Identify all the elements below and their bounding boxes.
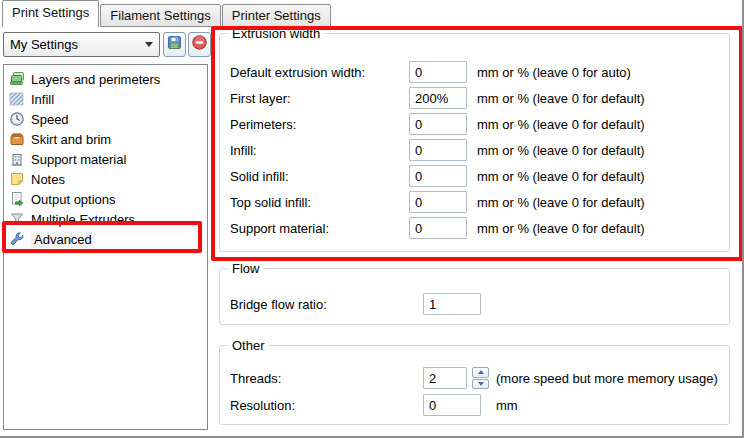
- sidebar-item-infill[interactable]: Infill: [4, 89, 207, 109]
- setting-row-default-extrusion-width: Default extrusion width:mm or % (leave 0…: [220, 59, 729, 85]
- setting-unit-hint: mm or % (leave 0 for default): [477, 221, 645, 236]
- sidebar-item-multiple-extruders[interactable]: Multiple Extruders: [4, 209, 207, 229]
- sidebar-item-output-options[interactable]: Output options: [4, 189, 207, 209]
- setting-input-bridge-flow-ratio[interactable]: [423, 293, 481, 315]
- setting-input-perimeters[interactable]: [409, 113, 467, 135]
- setting-row-infill: Infill:mm or % (leave 0 for default): [220, 137, 729, 163]
- setting-input-default-extrusion-width[interactable]: [409, 61, 467, 83]
- tab-print-settings[interactable]: Print Settings: [2, 0, 99, 27]
- setting-unit-hint: mm or % (leave 0 for default): [477, 195, 645, 210]
- setting-unit-hint: mm or % (leave 0 for auto): [477, 65, 631, 80]
- sidebar-item-label: Advanced: [31, 231, 95, 248]
- setting-label: Perimeters:: [230, 117, 296, 132]
- setting-input-solid-infill[interactable]: [409, 165, 467, 187]
- sidebar-item-support-material[interactable]: Support material: [4, 149, 207, 169]
- setting-row-resolution: Resolution:mm: [220, 392, 729, 418]
- setting-input-first-layer[interactable]: [409, 87, 467, 109]
- output-options-icon: [9, 191, 25, 207]
- wrench-icon: [9, 231, 25, 247]
- settings-tabbar: Print SettingsFilament SettingsPrinter S…: [2, 0, 332, 27]
- save-floppy-icon: [166, 34, 183, 55]
- tab-filament-settings[interactable]: Filament Settings: [100, 4, 220, 27]
- sidebar-item-layers-and-perimeters[interactable]: Layers and perimeters: [4, 69, 207, 89]
- setting-row-first-layer: First layer:mm or % (leave 0 for default…: [220, 85, 729, 111]
- setting-row-perimeters: Perimeters:mm or % (leave 0 for default): [220, 111, 729, 137]
- setting-row-solid-infill: Solid infill:mm or % (leave 0 for defaul…: [220, 163, 729, 189]
- preset-dropdown[interactable]: My Settings: [3, 32, 160, 57]
- delete-minus-circle-icon: [191, 34, 208, 55]
- setting-input-top-solid-infill[interactable]: [409, 191, 467, 213]
- setting-unit-hint: mm or % (leave 0 for default): [477, 91, 645, 106]
- setting-label: Resolution:: [230, 398, 295, 413]
- threads-stepper: [472, 367, 489, 389]
- tab-printer-settings[interactable]: Printer Settings: [222, 4, 331, 27]
- setting-label: Default extrusion width:: [230, 65, 365, 80]
- support-building-icon: [9, 151, 25, 167]
- setting-label: First layer:: [230, 91, 291, 106]
- save-preset-button[interactable]: [163, 32, 186, 57]
- setting-label: Threads:: [230, 371, 281, 386]
- groupbox-flow: Flow Bridge flow ratio:: [219, 268, 730, 325]
- setting-unit-hint: mm or % (leave 0 for default): [477, 169, 645, 184]
- sidebar-item-notes[interactable]: Notes: [4, 169, 207, 189]
- sidebar-item-label: Multiple Extruders: [31, 212, 135, 227]
- setting-input-threads[interactable]: [423, 367, 467, 389]
- sidebar-item-label: Layers and perimeters: [31, 72, 160, 87]
- setting-input-infill[interactable]: [409, 139, 467, 161]
- sidebar-item-label: Support material: [31, 152, 126, 167]
- preset-dropdown-value: My Settings: [10, 37, 145, 52]
- stepper-down-button[interactable]: [472, 379, 489, 390]
- sidebar-item-label: Notes: [31, 172, 65, 187]
- setting-label: Bridge flow ratio:: [230, 297, 327, 312]
- settings-category-list: Layers and perimetersInfillSpeedSkirt an…: [3, 64, 208, 430]
- infill-icon: [9, 91, 25, 107]
- setting-label: Infill:: [230, 143, 257, 158]
- extruders-funnel-icon: [9, 211, 25, 227]
- groupbox-extrusion-width: Extrusion width Default extrusion width:…: [219, 33, 730, 252]
- sidebar-item-label: Skirt and brim: [31, 132, 111, 147]
- skirt-box-icon: [9, 131, 25, 147]
- sidebar-item-label: Output options: [31, 192, 116, 207]
- setting-input-resolution[interactable]: [423, 394, 481, 416]
- speed-clock-icon: [9, 111, 25, 127]
- chevron-down-icon: [145, 42, 153, 47]
- sidebar-item-label: Speed: [31, 112, 69, 127]
- setting-row-bridge-flow-ratio: Bridge flow ratio:: [220, 291, 729, 317]
- setting-label: Solid infill:: [230, 169, 289, 184]
- setting-row-support-material: Support material:mm or % (leave 0 for de…: [220, 215, 729, 241]
- setting-unit-hint: (more speed but more memory usage): [496, 371, 718, 386]
- sidebar-item-label: Infill: [31, 92, 54, 107]
- setting-row-threads: Threads:(more speed but more memory usag…: [220, 365, 729, 391]
- layers-icon: [9, 71, 25, 87]
- sidebar-item-speed[interactable]: Speed: [4, 109, 207, 129]
- sidebar-item-skirt-and-brim[interactable]: Skirt and brim: [4, 129, 207, 149]
- stepper-up-button[interactable]: [472, 367, 489, 378]
- delete-preset-button[interactable]: [188, 32, 211, 57]
- setting-unit-hint: mm or % (leave 0 for default): [477, 143, 645, 158]
- slicer-settings-window: Print SettingsFilament SettingsPrinter S…: [0, 0, 744, 438]
- setting-label: Support material:: [230, 221, 329, 236]
- setting-input-support-material[interactable]: [409, 217, 467, 239]
- setting-row-top-solid-infill: Top solid infill:mm or % (leave 0 for de…: [220, 189, 729, 215]
- notes-icon: [9, 171, 25, 187]
- groupbox-other: Other Threads:(more speed but more memor…: [219, 345, 730, 425]
- setting-label: Top solid infill:: [230, 195, 311, 210]
- setting-unit-hint: mm or % (leave 0 for default): [477, 117, 645, 132]
- sidebar-item-advanced[interactable]: Advanced: [4, 229, 207, 249]
- setting-unit-hint: mm: [496, 398, 518, 413]
